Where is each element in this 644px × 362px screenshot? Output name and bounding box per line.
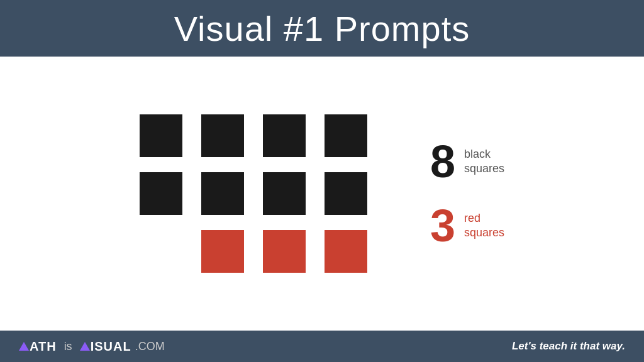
placeholder-square xyxy=(140,230,182,273)
black-label-line1: black xyxy=(464,147,504,162)
black-square-2 xyxy=(201,114,244,157)
page-header: Visual #1 Prompts xyxy=(0,0,644,57)
black-label-line2: squares xyxy=(464,162,504,176)
page-title: Visual #1 Prompts xyxy=(174,8,470,49)
squares-area xyxy=(140,114,367,273)
footer-dotcom-label: .COM xyxy=(135,340,165,353)
footer-is-label: is xyxy=(64,340,72,353)
squares-row-1 xyxy=(140,114,367,157)
footer-tagline-bold: Let's teach it that way. xyxy=(512,340,625,352)
squares-row-2 xyxy=(140,172,367,215)
page-footer: ATH is ISUAL .COM Let's teach it that wa… xyxy=(0,331,644,362)
black-square-5 xyxy=(140,172,182,215)
black-label-text: black squares xyxy=(464,147,504,177)
main-content: 8 black squares 3 red squares xyxy=(0,57,644,331)
footer-math-label: ATH xyxy=(19,339,57,354)
red-square-2 xyxy=(263,230,306,273)
red-square-3 xyxy=(325,230,367,273)
footer-visual-label: ISUAL xyxy=(80,339,131,354)
black-square-8 xyxy=(325,172,367,215)
black-square-4 xyxy=(325,114,367,157)
red-label-group: 3 red squares xyxy=(430,203,504,248)
black-square-1 xyxy=(140,114,182,157)
footer-tagline: Let's teach it that way. xyxy=(512,340,625,353)
red-label-line1: red xyxy=(464,211,504,226)
squares-row-3 xyxy=(140,230,367,273)
black-square-6 xyxy=(201,172,244,215)
red-square-1 xyxy=(201,230,244,273)
m-triangle-icon xyxy=(19,342,29,351)
v-triangle-icon xyxy=(80,342,90,351)
black-label-group: 8 black squares xyxy=(430,139,504,184)
black-count: 8 xyxy=(430,139,455,184)
black-square-3 xyxy=(263,114,306,157)
footer-brand: ATH is ISUAL .COM xyxy=(19,339,165,354)
black-square-7 xyxy=(263,172,306,215)
red-label-line2: squares xyxy=(464,226,504,240)
labels-area: 8 black squares 3 red squares xyxy=(430,139,504,248)
red-label-text: red squares xyxy=(464,211,504,241)
red-count: 3 xyxy=(430,203,455,248)
